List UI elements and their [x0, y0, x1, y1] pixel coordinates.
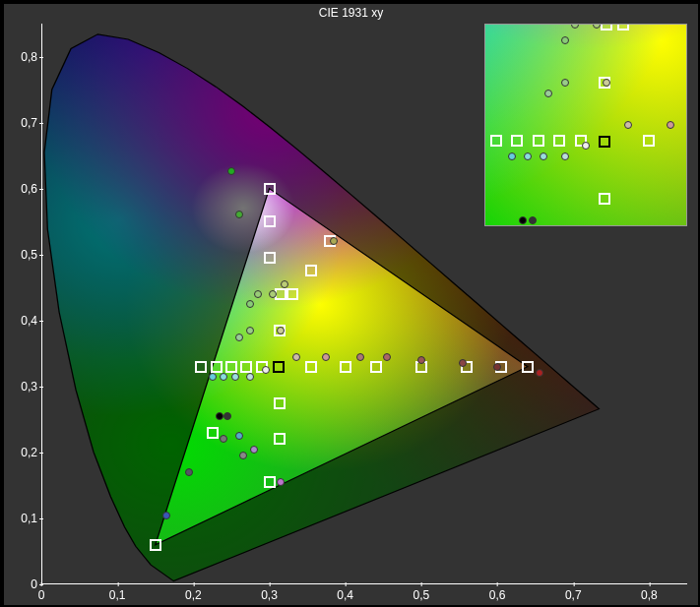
measured-dot	[281, 280, 288, 288]
svg-rect-15	[485, 25, 686, 225]
y-tick: 0,7	[10, 116, 37, 130]
measured-dot	[246, 373, 254, 381]
y-tick: 0,1	[10, 512, 37, 525]
measured-dot	[417, 356, 425, 364]
target-square	[207, 427, 219, 439]
target-square	[305, 361, 317, 373]
measured-dot	[231, 373, 239, 381]
x-tick: 0,6	[489, 588, 506, 602]
chart-title: CIE 1931 xy	[4, 4, 698, 22]
measured-dot	[223, 412, 231, 420]
measured-dot	[220, 435, 227, 443]
measured-dot	[235, 432, 243, 440]
measured-dot	[383, 353, 391, 361]
y-tick: 0,8	[10, 50, 37, 64]
x-tick: 0,5	[414, 588, 430, 602]
y-tick: 0,5	[10, 248, 37, 262]
target-square	[150, 539, 161, 551]
zoom-inset	[484, 24, 687, 226]
target-square	[264, 252, 276, 264]
target-square	[305, 265, 317, 276]
target-square	[264, 183, 276, 195]
x-tick: 0,1	[109, 588, 126, 602]
x-tick: 0,7	[565, 588, 582, 602]
target-square	[370, 361, 382, 373]
target-square	[225, 361, 237, 373]
axes: 00,10,20,30,40,50,60,70,8 00,10,20,30,40…	[41, 24, 687, 584]
measured-dot	[356, 353, 364, 361]
measured-dot	[209, 373, 217, 381]
measured-dot	[235, 334, 243, 341]
measured-dot	[459, 359, 467, 367]
x-tick: 0,8	[641, 588, 658, 602]
target-square	[274, 433, 286, 445]
measured-dot	[162, 512, 170, 519]
cie-chart: CIE 1931 xy	[3, 3, 699, 606]
measured-dot	[246, 327, 254, 334]
measured-dot	[292, 353, 300, 361]
target-square	[273, 361, 285, 373]
target-square	[522, 361, 534, 373]
x-tick: 0	[38, 588, 45, 602]
target-square	[274, 397, 286, 409]
x-tick: 0,3	[261, 588, 278, 602]
measured-dot	[262, 366, 270, 374]
target-square	[286, 288, 298, 300]
target-square	[240, 361, 252, 373]
x-tick: 0,4	[337, 588, 353, 602]
measured-dot	[235, 211, 243, 218]
measured-dot	[254, 290, 262, 298]
measured-dot	[322, 353, 330, 361]
measured-dot	[277, 478, 285, 486]
target-square	[195, 361, 207, 373]
y-tick: 0	[10, 577, 37, 591]
y-tick: 0,4	[10, 314, 37, 328]
measured-dot	[246, 300, 254, 308]
target-square	[264, 476, 276, 488]
measured-dot	[185, 468, 193, 476]
measured-dot	[220, 373, 227, 381]
x-tick: 0,2	[185, 588, 202, 602]
measured-dot	[269, 290, 277, 298]
target-square	[211, 361, 223, 373]
measured-dot	[277, 327, 285, 334]
measured-dot	[250, 446, 258, 454]
target-square	[264, 215, 276, 227]
target-square	[340, 361, 351, 373]
y-tick: 0,3	[10, 380, 37, 394]
measured-dot	[227, 167, 235, 175]
measured-dot	[239, 452, 247, 459]
measured-dot	[330, 237, 338, 245]
y-tick: 0,6	[10, 182, 37, 196]
measured-dot	[493, 363, 501, 371]
measured-dot	[536, 369, 543, 377]
y-tick: 0,2	[10, 446, 37, 459]
